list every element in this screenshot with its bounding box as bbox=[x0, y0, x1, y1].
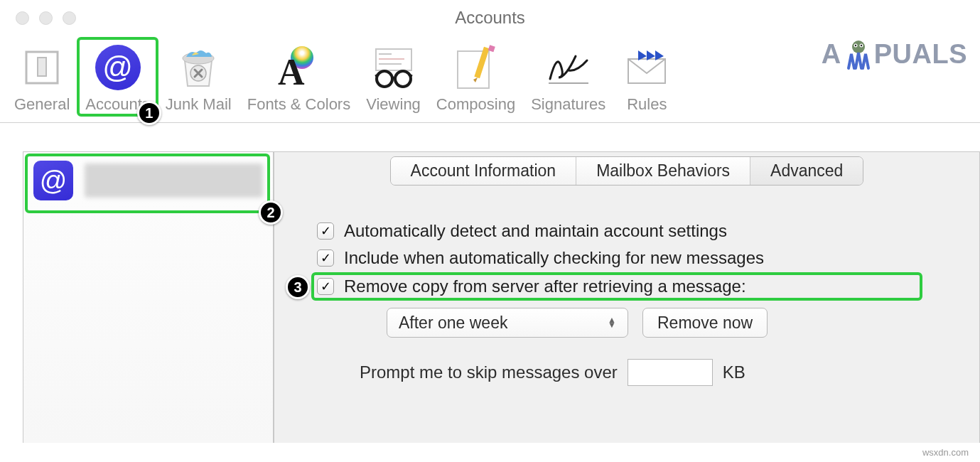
composing-icon bbox=[451, 43, 502, 92]
source-label: wsxdn.com bbox=[922, 447, 969, 458]
tab-account-information[interactable]: Account Information bbox=[391, 157, 577, 185]
toolbar-accounts[interactable]: @ Accounts 1 bbox=[78, 38, 157, 115]
toolbar-general-label: General bbox=[14, 95, 70, 114]
svg-line-13 bbox=[409, 75, 412, 76]
fonts-colors-icon: A bbox=[273, 43, 324, 92]
svg-point-20 bbox=[852, 41, 865, 53]
remove-period-value: After one week bbox=[399, 313, 507, 333]
checkbox-include-check[interactable]: ✓ bbox=[317, 249, 334, 267]
minimize-window-button[interactable] bbox=[39, 11, 53, 25]
skip-size-input[interactable] bbox=[628, 359, 713, 386]
svg-point-10 bbox=[377, 71, 392, 87]
rules-icon bbox=[621, 43, 672, 92]
remove-period-select[interactable]: After one week ▲▼ bbox=[387, 308, 628, 338]
label-include-check: Include when automatically checking for … bbox=[344, 248, 764, 268]
toolbar-junk-mail[interactable]: Junk Mail bbox=[158, 38, 239, 115]
skip-label-before: Prompt me to skip messages over bbox=[360, 362, 618, 382]
toolbar-fonts-colors[interactable]: A Fonts & Colors bbox=[240, 38, 358, 115]
watermark-icon bbox=[841, 37, 876, 71]
label-auto-detect: Automatically detect and maintain accoun… bbox=[344, 221, 727, 241]
toolbar-rules-label: Rules bbox=[627, 95, 667, 114]
toolbar-viewing-label: Viewing bbox=[366, 95, 421, 114]
toolbar-viewing[interactable]: Viewing bbox=[359, 38, 428, 115]
toolbar-signatures-label: Signatures bbox=[531, 95, 605, 114]
svg-rect-1 bbox=[38, 58, 46, 76]
svg-text:A: A bbox=[278, 52, 305, 90]
svg-line-12 bbox=[375, 75, 378, 76]
accounts-icon: @ bbox=[92, 43, 144, 92]
tab-advanced[interactable]: Advanced bbox=[750, 157, 863, 185]
zoom-window-button[interactable] bbox=[63, 11, 76, 25]
account-row[interactable]: @ 2 bbox=[23, 152, 273, 209]
toolbar-signatures[interactable]: Signatures bbox=[524, 38, 613, 115]
signatures-icon bbox=[543, 43, 594, 92]
toolbar-fonts-colors-label: Fonts & Colors bbox=[247, 95, 351, 114]
tab-mailbox-behaviors[interactable]: Mailbox Behaviors bbox=[576, 157, 750, 185]
annotation-badge-1: 1 bbox=[137, 101, 161, 125]
content-area: @ 2 Account Information Mailbox Behavior… bbox=[0, 123, 980, 443]
toolbar-composing[interactable]: Composing bbox=[429, 38, 522, 115]
account-tabs: Account Information Mailbox Behaviors Ad… bbox=[390, 156, 864, 186]
window-controls bbox=[0, 11, 76, 25]
checkbox-auto-detect[interactable]: ✓ bbox=[317, 222, 334, 240]
annotation-badge-2: 2 bbox=[259, 200, 283, 225]
accounts-sidebar: @ 2 bbox=[23, 151, 274, 443]
option-include-check: ✓ Include when automatically checking fo… bbox=[317, 248, 965, 268]
remove-now-label: Remove now bbox=[657, 313, 753, 333]
viewing-icon bbox=[368, 43, 419, 92]
option-remove-copy: 3 ✓ Remove copy from server after retrie… bbox=[317, 275, 965, 298]
svg-point-24 bbox=[861, 45, 862, 46]
option-auto-detect: ✓ Automatically detect and maintain acco… bbox=[317, 221, 965, 241]
account-name-redacted bbox=[85, 163, 263, 198]
svg-point-23 bbox=[855, 45, 856, 46]
window-title: Accounts bbox=[455, 8, 525, 28]
toolbar-rules[interactable]: Rules bbox=[614, 38, 679, 115]
advanced-options: ✓ Automatically detect and maintain acco… bbox=[274, 186, 979, 386]
junk-mail-icon bbox=[173, 43, 224, 92]
titlebar: Accounts bbox=[0, 0, 980, 36]
checkbox-remove-copy[interactable]: ✓ bbox=[317, 278, 334, 295]
svg-point-11 bbox=[395, 71, 411, 87]
watermark-prefix: A bbox=[822, 39, 841, 70]
at-sign-icon: @ bbox=[33, 161, 73, 200]
watermark-suffix: PUALS bbox=[874, 39, 967, 70]
close-window-button[interactable] bbox=[16, 11, 29, 25]
skip-label-after: KB bbox=[723, 362, 745, 382]
remove-copy-controls: After one week ▲▼ Remove now bbox=[387, 308, 965, 338]
remove-now-button[interactable]: Remove now bbox=[642, 308, 768, 338]
general-icon bbox=[16, 43, 68, 92]
annotation-badge-3: 3 bbox=[286, 275, 310, 299]
label-remove-copy: Remove copy from server after retrieving… bbox=[344, 276, 746, 296]
account-detail-panel: Account Information Mailbox Behaviors Ad… bbox=[274, 151, 980, 443]
toolbar-general[interactable]: General bbox=[7, 38, 77, 115]
watermark: A PUALS bbox=[822, 37, 967, 71]
chevron-up-down-icon: ▲▼ bbox=[608, 318, 616, 328]
toolbar-composing-label: Composing bbox=[436, 95, 515, 114]
skip-messages-row: Prompt me to skip messages over KB bbox=[360, 359, 965, 386]
toolbar-junk-mail-label: Junk Mail bbox=[166, 95, 232, 114]
